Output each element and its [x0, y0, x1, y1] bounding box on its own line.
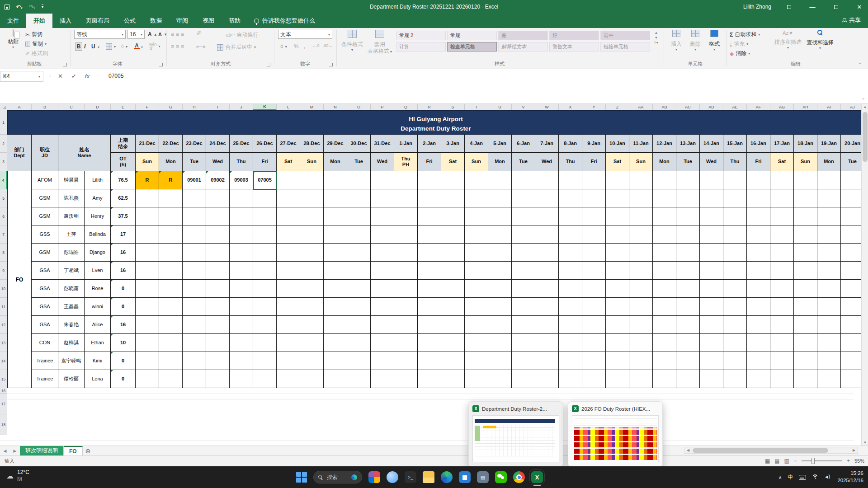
- ribbon-tab-公式[interactable]: 公式: [117, 14, 143, 28]
- cell-duty[interactable]: [629, 189, 653, 207]
- close-icon[interactable]: ✕: [854, 4, 865, 10]
- cell-duty[interactable]: [747, 207, 770, 225]
- header-cell[interactable]: Mon: [324, 153, 347, 171]
- row-header-18[interactable]: 18: [0, 414, 7, 435]
- cell-duty[interactable]: [559, 370, 582, 388]
- cell-name-en[interactable]: Lven: [85, 262, 111, 280]
- cell-duty[interactable]: [700, 370, 723, 388]
- header-cell[interactable]: 27-Dec: [277, 135, 300, 153]
- cell-name-cn[interactable]: 谭玲丽: [58, 370, 85, 388]
- cell-duty[interactable]: [794, 370, 817, 388]
- remote-app-icon[interactable]: ▤: [477, 471, 489, 483]
- sheet-nav-left-icon[interactable]: ◀: [0, 446, 10, 455]
- format-cells-button[interactable]: 格式▾: [706, 30, 722, 52]
- header-cell[interactable]: Sat: [606, 153, 629, 171]
- cell-duty[interactable]: [653, 280, 676, 298]
- column-header-AH[interactable]: AH: [794, 104, 817, 110]
- cell-duty[interactable]: [512, 280, 535, 298]
- cell-duty[interactable]: [347, 171, 371, 189]
- borders-button[interactable]: ▾: [106, 43, 116, 50]
- fill-button[interactable]: ⤓ 填充 ▾: [730, 40, 748, 48]
- cell-duty[interactable]: [653, 189, 676, 207]
- cell-name-en[interactable]: Henry: [85, 207, 111, 225]
- cell-duty[interactable]: [747, 280, 770, 298]
- cell-duty[interactable]: [582, 352, 606, 370]
- roster-data-rows[interactable]: AFOM钟晨晨Lilith76.5RR09001090020900307005G…: [32, 171, 864, 388]
- cell-duty[interactable]: [653, 207, 676, 225]
- bold-button[interactable]: B: [75, 42, 82, 51]
- header-cell[interactable]: 15-Jan: [723, 135, 747, 153]
- scroll-up-icon[interactable]: ▲: [862, 105, 868, 109]
- header-cell[interactable]: 12-Jan: [653, 135, 676, 153]
- cell-duty[interactable]: [676, 244, 700, 262]
- cell-duty[interactable]: [465, 189, 488, 207]
- cell-duty[interactable]: [371, 280, 394, 298]
- cell-duty[interactable]: [465, 171, 488, 189]
- cell-duty[interactable]: [136, 262, 159, 280]
- copy-button[interactable]: 复制 ▾: [25, 40, 47, 48]
- cell-duty[interactable]: [794, 225, 817, 244]
- row-headers[interactable]: 123456789101112131415161718: [0, 110, 7, 435]
- cell-duty[interactable]: [653, 298, 676, 316]
- comma-style-icon[interactable]: ,: [304, 43, 305, 50]
- taskbar-search-box[interactable]: 搜索: [313, 471, 362, 483]
- cell-duty[interactable]: [347, 225, 371, 244]
- cell-duty[interactable]: [206, 207, 230, 225]
- cell-duty[interactable]: [723, 207, 747, 225]
- cell-name-cn[interactable]: 袁宇嵘鸣: [58, 352, 85, 370]
- normal-view-icon[interactable]: ▦: [765, 458, 770, 464]
- cell-duty[interactable]: [606, 244, 629, 262]
- input-method-indicator[interactable]: 中: [788, 474, 793, 481]
- cell-duty[interactable]: [723, 316, 747, 334]
- cell-duty[interactable]: [371, 316, 394, 334]
- header-cell[interactable]: Tue: [676, 153, 700, 171]
- cell-duty[interactable]: [512, 298, 535, 316]
- maximize-icon[interactable]: [830, 4, 842, 10]
- cell-duty[interactable]: [747, 244, 770, 262]
- sort-filter-button[interactable]: AZ▼ 排序和筛选▾: [774, 30, 802, 50]
- cell-duty[interactable]: [676, 370, 700, 388]
- cell-duty[interactable]: [230, 316, 253, 334]
- cell-duty[interactable]: [465, 244, 488, 262]
- cell-duty[interactable]: [582, 207, 606, 225]
- font-dialog-launcher[interactable]: [159, 63, 163, 66]
- cell-duty[interactable]: [488, 207, 512, 225]
- cell-duty[interactable]: [582, 244, 606, 262]
- cell-duty[interactable]: [277, 316, 300, 334]
- cell-duty[interactable]: [324, 298, 347, 316]
- cell-ot[interactable]: 0: [111, 352, 136, 370]
- cell-duty[interactable]: [253, 262, 277, 280]
- row-header-10[interactable]: 10: [0, 280, 7, 298]
- cell-duty[interactable]: 07005: [253, 171, 277, 189]
- window-preview-roster[interactable]: XDepartment Duty Roster-2...: [468, 401, 563, 467]
- cell-duty[interactable]: [324, 244, 347, 262]
- header-cell[interactable]: 13-Jan: [676, 135, 700, 153]
- cell-duty[interactable]: [300, 352, 324, 370]
- cell-duty[interactable]: [300, 171, 324, 189]
- cell-duty[interactable]: [770, 262, 794, 280]
- autosum-button[interactable]: Σ 自动求和 ▾: [730, 31, 760, 38]
- cell-duty[interactable]: [183, 370, 206, 388]
- cell-duty[interactable]: [253, 352, 277, 370]
- cell-duty[interactable]: [394, 225, 418, 244]
- cell-duty[interactable]: [559, 334, 582, 352]
- cell-duty[interactable]: [394, 334, 418, 352]
- column-header-V[interactable]: V: [512, 104, 535, 110]
- cell-duty[interactable]: [206, 225, 230, 244]
- cell-duty[interactable]: [817, 298, 841, 316]
- cell-name-en[interactable]: Rose: [85, 280, 111, 298]
- cell-duty[interactable]: [606, 225, 629, 244]
- cell-duty[interactable]: [653, 171, 676, 189]
- cell-duty[interactable]: [183, 207, 206, 225]
- cell-duty[interactable]: [300, 280, 324, 298]
- minimize-icon[interactable]: —: [807, 4, 818, 10]
- number-format-combo[interactable]: 文本▾: [278, 30, 332, 39]
- cell-duty[interactable]: [747, 171, 770, 189]
- cell-duty[interactable]: [418, 280, 441, 298]
- customize-qat-icon[interactable]: ▾: [42, 5, 44, 9]
- cell-duty[interactable]: [183, 244, 206, 262]
- touch-keyboard-icon[interactable]: [799, 475, 806, 480]
- cell-duty[interactable]: [277, 280, 300, 298]
- cell-duty[interactable]: [277, 334, 300, 352]
- cell-duty[interactable]: [136, 298, 159, 316]
